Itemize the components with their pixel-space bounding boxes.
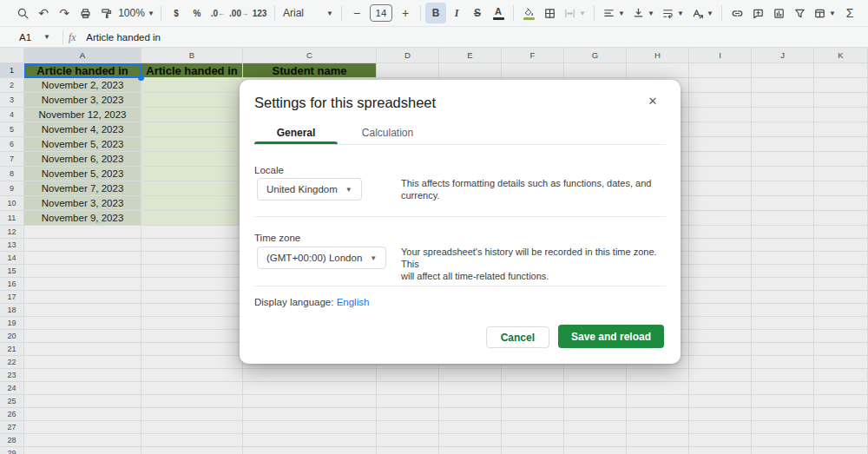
cell-B17[interactable] (141, 291, 243, 304)
cell-E27[interactable] (439, 421, 502, 434)
row-header-23[interactable]: 23 (0, 369, 24, 382)
cell-A4[interactable]: November 12, 2023 (24, 108, 141, 122)
save-and-reload-button[interactable]: Save and reload (558, 325, 664, 348)
row-header-17[interactable]: 17 (0, 291, 24, 304)
tab-calculation[interactable]: Calculation (338, 123, 437, 141)
cell-F28[interactable] (502, 434, 564, 447)
cell-K2[interactable] (814, 78, 868, 93)
redo-button[interactable]: ↷ (54, 3, 75, 23)
cell-F26[interactable] (502, 408, 564, 421)
cell-A7[interactable]: November 6, 2023 (24, 152, 141, 167)
cell-I28[interactable] (689, 434, 752, 447)
row-header-28[interactable]: 28 (0, 434, 24, 447)
cell-I11[interactable] (689, 211, 752, 226)
cell-D26[interactable] (377, 408, 439, 421)
cell-B4[interactable] (141, 108, 243, 122)
row-header-5[interactable]: 5 (0, 122, 24, 137)
cell-K28[interactable] (814, 434, 868, 447)
cell-I21[interactable] (689, 343, 752, 356)
cell-I23[interactable] (689, 369, 752, 382)
row-header-1[interactable]: 1 (0, 63, 24, 78)
row-header-2[interactable]: 2 (0, 78, 24, 93)
row-header-8[interactable]: 8 (0, 167, 24, 181)
close-button[interactable]: ✕ (644, 92, 661, 109)
cell-J10[interactable] (752, 196, 814, 211)
cell-G28[interactable] (564, 434, 627, 447)
cell-K16[interactable] (814, 278, 868, 291)
row-header-27[interactable]: 27 (0, 421, 24, 434)
cell-B27[interactable] (141, 421, 243, 434)
cell-A1[interactable]: Article handed in (24, 63, 141, 78)
row-header-3[interactable]: 3 (0, 93, 24, 108)
cell-G25[interactable] (564, 395, 627, 408)
column-header-A[interactable]: A (24, 48, 141, 63)
cell-H28[interactable] (627, 434, 689, 447)
cell-E26[interactable] (439, 408, 502, 421)
cell-B24[interactable] (141, 382, 243, 395)
cell-B12[interactable] (141, 226, 243, 239)
cell-J11[interactable] (752, 211, 814, 226)
cell-D24[interactable] (377, 382, 439, 395)
cell-I4[interactable] (689, 108, 752, 122)
cell-A15[interactable] (24, 265, 141, 278)
cell-G29[interactable] (564, 447, 627, 454)
cell-C24[interactable] (243, 382, 377, 395)
cell-H26[interactable] (627, 408, 689, 421)
column-header-C[interactable]: C (243, 48, 377, 63)
cell-B1[interactable]: Article handed in (141, 63, 243, 78)
cell-H27[interactable] (627, 421, 689, 434)
cell-E1[interactable] (439, 63, 502, 78)
row-header-20[interactable]: 20 (0, 330, 24, 343)
cell-J25[interactable] (752, 395, 814, 408)
select-all-corner[interactable] (0, 48, 24, 63)
cell-B6[interactable] (141, 137, 243, 152)
cell-G24[interactable] (564, 382, 627, 395)
cell-G23[interactable] (564, 369, 627, 382)
row-header-19[interactable]: 19 (0, 317, 24, 330)
row-header-14[interactable]: 14 (0, 252, 24, 265)
cell-I8[interactable] (689, 167, 752, 181)
cell-F23[interactable] (502, 369, 564, 382)
cell-A20[interactable] (24, 330, 141, 343)
cell-I24[interactable] (689, 382, 752, 395)
cell-K29[interactable] (814, 447, 868, 454)
cell-K6[interactable] (814, 137, 868, 152)
row-header-25[interactable]: 25 (0, 395, 24, 408)
undo-button[interactable]: ↶ (33, 3, 54, 23)
cell-G27[interactable] (564, 421, 627, 434)
row-header-15[interactable]: 15 (0, 265, 24, 278)
cell-K11[interactable] (814, 211, 868, 226)
cell-K15[interactable] (814, 265, 868, 278)
cell-B28[interactable] (141, 434, 243, 447)
cell-A11[interactable]: November 9, 2023 (24, 211, 141, 226)
column-header-J[interactable]: J (752, 48, 814, 63)
cell-K1[interactable] (814, 63, 868, 78)
cell-B9[interactable] (141, 181, 243, 196)
cell-B8[interactable] (141, 167, 243, 181)
cell-I15[interactable] (689, 265, 752, 278)
cell-K9[interactable] (814, 181, 868, 196)
cell-B20[interactable] (141, 330, 243, 343)
cell-B26[interactable] (141, 408, 243, 421)
cell-J29[interactable] (752, 447, 814, 454)
row-header-26[interactable]: 26 (0, 408, 24, 421)
cell-J23[interactable] (752, 369, 814, 382)
cell-J2[interactable] (752, 78, 814, 93)
cell-C25[interactable] (243, 395, 377, 408)
vertical-align-button[interactable]: ▼ (628, 3, 658, 23)
column-header-K[interactable]: K (814, 48, 868, 63)
cell-J15[interactable] (752, 265, 814, 278)
cell-I3[interactable] (689, 93, 752, 108)
format-currency-button[interactable]: $ (166, 3, 187, 23)
cell-D28[interactable] (377, 434, 439, 447)
cell-J18[interactable] (752, 304, 814, 317)
cell-D1[interactable] (377, 63, 439, 78)
cell-I2[interactable] (689, 78, 752, 93)
cell-A25[interactable] (24, 395, 141, 408)
row-header-13[interactable]: 13 (0, 239, 24, 252)
cell-H1[interactable] (627, 63, 689, 78)
cell-B2[interactable] (141, 78, 243, 93)
column-header-G[interactable]: G (564, 48, 627, 63)
cell-J21[interactable] (752, 343, 814, 356)
cell-J22[interactable] (752, 356, 814, 369)
